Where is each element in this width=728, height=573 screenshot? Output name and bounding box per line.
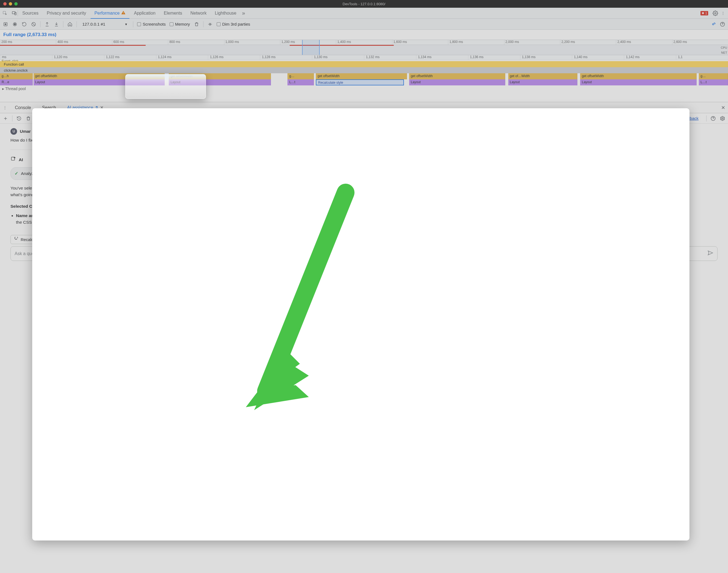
record-icon[interactable] bbox=[12, 21, 18, 27]
net-label: NET bbox=[721, 51, 727, 54]
warning-icon bbox=[121, 10, 125, 16]
error-count-badge[interactable]: ✖ 1 bbox=[701, 11, 708, 15]
delete-icon[interactable] bbox=[25, 116, 31, 121]
new-chat-icon[interactable]: ＋ bbox=[3, 116, 8, 121]
seg-gh[interactable]: g…h bbox=[0, 73, 33, 79]
sparkle-icon bbox=[10, 156, 16, 163]
gauge-icon bbox=[14, 237, 18, 242]
onclick-bar[interactable]: clickme.onclick bbox=[2, 68, 30, 72]
tab-performance[interactable]: Performance bbox=[91, 8, 130, 19]
tab-elements[interactable]: Elements bbox=[160, 8, 186, 19]
target-dropdown[interactable]: 127.0.0.1 #1 ▼ bbox=[81, 21, 129, 27]
seg-getoffset-1[interactable]: get offsetWidth bbox=[34, 73, 165, 79]
svg-point-5 bbox=[5, 23, 6, 25]
zoom-window[interactable] bbox=[14, 2, 18, 5]
drawer-menu-icon[interactable]: ⋮ bbox=[2, 105, 8, 110]
seg-layout-2[interactable]: Layout bbox=[169, 79, 271, 86]
history-icon[interactable] bbox=[16, 116, 22, 121]
check-icon: ✓ bbox=[15, 170, 18, 177]
error-x-icon: ✖ bbox=[702, 11, 704, 15]
reload-icon[interactable] bbox=[21, 21, 27, 27]
tab-network[interactable]: Network bbox=[186, 8, 210, 19]
seg-recalculate-style[interactable]: Recalculate style bbox=[316, 79, 404, 86]
seg-getoffset-5[interactable]: get offsetWidth bbox=[580, 73, 696, 79]
record-outline-icon[interactable] bbox=[3, 21, 8, 27]
thread-pool-row[interactable]: ▸ Thread pool bbox=[0, 86, 728, 92]
seg-gdots[interactable]: g… bbox=[287, 73, 314, 79]
download-icon[interactable] bbox=[54, 21, 59, 27]
seg-getoffset-2[interactable]: get offsetWidth bbox=[169, 73, 271, 79]
dim3rd-checkbox[interactable]: Dim 3rd parties bbox=[217, 22, 250, 27]
more-tabs-icon[interactable]: » bbox=[241, 10, 246, 16]
drawer-close-icon[interactable]: ✕ bbox=[720, 105, 726, 110]
memory-checkbox[interactable]: Memory bbox=[170, 22, 190, 27]
overview-timeline[interactable]: 200 ms400 ms600 ms800 ms1,000 ms1,200 ms… bbox=[0, 40, 728, 55]
tab-privacy[interactable]: Privacy and security bbox=[43, 8, 90, 19]
upload-icon[interactable] bbox=[44, 21, 50, 27]
seg-goffw[interactable]: get of…Width bbox=[508, 73, 577, 79]
close-window[interactable] bbox=[3, 2, 7, 5]
expand-triangle-icon: ▸ bbox=[2, 87, 4, 91]
seg-lt-2[interactable]: L…t bbox=[699, 79, 728, 86]
tab-performance-label: Performance bbox=[95, 11, 120, 16]
window-titlebar: DevTools - 127.0.0.1:8080/ bbox=[0, 0, 728, 8]
window-title: DevTools - 127.0.0.1:8080/ bbox=[342, 2, 385, 6]
drawer-tab-console[interactable]: Console bbox=[11, 103, 35, 113]
settings-gear-icon[interactable] bbox=[713, 10, 718, 16]
drawer-help-icon[interactable] bbox=[710, 116, 716, 121]
seg-re[interactable]: R…e bbox=[0, 79, 33, 86]
drawer-settings-icon[interactable] bbox=[720, 116, 725, 121]
help-icon[interactable] bbox=[720, 21, 725, 27]
user-name: Umar bbox=[20, 128, 31, 135]
screenshots-checkbox[interactable]: Screenshots bbox=[137, 22, 165, 27]
flamegraph[interactable]: ms1,120 ms1,122 ms1,124 ms1,126 ms1,128 … bbox=[0, 55, 728, 94]
svg-point-12 bbox=[722, 118, 723, 119]
seg-lt-1[interactable]: L…t bbox=[287, 79, 314, 86]
svg-point-9 bbox=[713, 23, 714, 25]
tab-sources[interactable]: Sources bbox=[18, 8, 42, 19]
seg-getoffset-4[interactable]: get offsetWidth bbox=[409, 73, 505, 79]
seg-gdots2[interactable]: g… bbox=[699, 73, 728, 79]
ai-label: AI bbox=[19, 156, 23, 163]
seg-layout-4[interactable]: Layout bbox=[508, 79, 577, 86]
inspect-icon[interactable] bbox=[2, 10, 8, 16]
tab-lighthouse[interactable]: Lighthouse bbox=[211, 8, 240, 19]
gc-icon[interactable] bbox=[194, 21, 199, 27]
minimize-window[interactable] bbox=[9, 2, 12, 5]
device-toggle-icon[interactable] bbox=[11, 10, 17, 16]
tab-application[interactable]: Application bbox=[130, 8, 159, 19]
overview-viewport[interactable] bbox=[302, 40, 319, 55]
cpu-label: CPU bbox=[721, 46, 727, 49]
seg-layout-1[interactable]: Layout bbox=[34, 79, 165, 86]
collapse-icon[interactable] bbox=[207, 21, 213, 27]
seg-layout-5[interactable]: Layout bbox=[580, 79, 696, 86]
home-icon[interactable] bbox=[67, 21, 73, 27]
avatar: U bbox=[10, 128, 17, 135]
seg-layout-3[interactable]: Layout bbox=[409, 79, 505, 86]
range-label[interactable]: Full range (2,673.33 ms) bbox=[0, 30, 728, 40]
chevron-down-icon: ▼ bbox=[124, 22, 127, 26]
seg-getoffset-3[interactable]: get offsetWidth bbox=[316, 73, 407, 79]
function-call-bar[interactable]: Function call bbox=[2, 62, 25, 66]
clear-icon[interactable] bbox=[31, 21, 36, 27]
kebab-menu-icon[interactable]: ⋮ bbox=[720, 10, 726, 16]
svg-point-7 bbox=[14, 23, 16, 25]
svg-point-3 bbox=[715, 12, 716, 14]
send-icon[interactable] bbox=[707, 250, 713, 257]
panel-settings-icon[interactable] bbox=[710, 21, 716, 27]
